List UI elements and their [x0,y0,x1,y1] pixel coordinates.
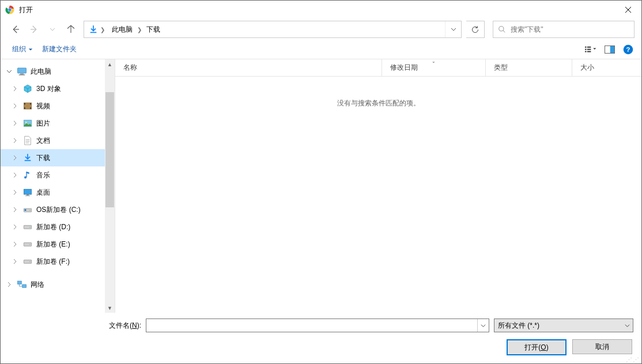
tree-label: 新加卷 (E:) [36,240,70,249]
folder-tree: 此电脑 3D 对象 视频 图片 [1,59,115,313]
scrollbar-thumb[interactable] [105,92,114,207]
svg-rect-18 [24,103,25,104]
filetype-combobox[interactable]: 所有文件 (*.*) [494,318,633,332]
search-input[interactable] [511,25,634,33]
resize-grip-icon[interactable]: ⋰⋰ [626,359,640,362]
filename-history-dropdown[interactable] [477,319,489,332]
tree-node[interactable]: 文档 [1,132,115,149]
organize-label: 组织 [12,44,26,54]
collapse-icon[interactable] [5,67,13,75]
expand-icon[interactable] [11,154,19,162]
column-headers: 名称 ⌄ 修改日期 类型 大小 [115,59,641,77]
pc-icon [17,66,27,77]
drive-icon [22,239,33,249]
tree-label: 3D 对象 [36,84,61,94]
address-bar[interactable]: ❯ 此电脑 ❯ 下载 [84,21,462,38]
expand-icon[interactable] [5,280,13,289]
expand-icon[interactable] [11,85,19,93]
network-icon [17,279,27,290]
expand-icon[interactable] [11,206,19,214]
expand-icon[interactable] [11,119,19,127]
close-button[interactable] [615,1,641,19]
svg-rect-25 [24,189,31,195]
chevron-down-icon [28,47,33,52]
svg-point-2 [8,8,11,11]
column-size[interactable]: 大小 [572,59,641,76]
column-date[interactable]: ⌄ 修改日期 [382,59,486,76]
expand-icon[interactable] [11,223,19,231]
preview-pane-button[interactable] [603,43,616,56]
filetype-label: 所有文件 (*.*) [498,321,539,331]
expand-icon[interactable] [11,257,19,266]
breadcrumb-item[interactable]: 下载 [143,22,164,37]
tree-node-network[interactable]: 网络 [1,276,115,293]
forward-button[interactable] [26,21,42,37]
tree-node[interactable]: 新加卷 (E:) [1,236,115,253]
sidebar-scrollbar[interactable]: ▲ ▼ [105,59,115,313]
svg-text:?: ? [626,46,630,52]
tree-label: 视频 [36,101,50,111]
tree-node[interactable]: OS新加卷 (C:) [1,201,115,218]
tree-node-this-pc[interactable]: 此电脑 [1,63,115,80]
filename-input[interactable] [146,321,477,329]
tree-label: 下载 [36,153,50,163]
search-box[interactable] [493,21,635,38]
tree-node[interactable]: 图片 [1,115,115,132]
refresh-button[interactable] [466,21,485,38]
svg-rect-21 [30,108,31,109]
cancel-button[interactable]: 取消 [572,339,632,354]
svg-rect-9 [587,51,591,52]
open-button[interactable]: 打开(O) [507,339,567,355]
tree-node[interactable]: 音乐 [1,166,115,184]
breadcrumbs: 此电脑 ❯ 下载 [106,22,445,37]
tree-node[interactable]: 桌面 [1,184,115,201]
tree-node-downloads[interactable]: 下载 [1,149,115,166]
svg-rect-37 [18,281,22,284]
back-button[interactable] [7,21,24,37]
new-folder-label: 新建文件夹 [42,44,77,54]
empty-message: 没有与搜索条件匹配的项。 [337,98,420,108]
recent-dropdown[interactable] [44,21,61,37]
tree-node[interactable]: 新加卷 (D:) [1,218,115,236]
address-history-dropdown[interactable] [445,21,461,37]
chevron-right-icon[interactable]: ❯ [99,26,106,33]
up-button[interactable] [63,21,79,37]
view-options-button[interactable] [585,43,598,56]
expand-icon[interactable] [11,171,19,179]
scroll-up-icon[interactable]: ▲ [105,59,115,69]
svg-point-34 [29,244,30,245]
window-title: 打开 [19,5,33,15]
breadcrumb-item[interactable]: 此电脑 [108,22,136,37]
expand-icon[interactable] [11,102,19,110]
organize-menu[interactable]: 组织 [7,41,37,58]
desktop-icon [22,187,33,198]
column-name[interactable]: 名称 [115,59,382,76]
tree-node[interactable]: 视频 [1,97,115,115]
filename-combobox[interactable] [146,318,489,332]
dialog-body: 此电脑 3D 对象 视频 图片 [1,59,641,313]
scroll-down-icon[interactable]: ▼ [105,303,115,313]
svg-rect-5 [587,46,591,47]
dialog-footer: 文件名(N): 所有文件 (*.*) 打开(O) 取消 ⋰⋰ [1,313,641,363]
svg-rect-26 [27,195,29,195]
new-folder-button[interactable]: 新建文件夹 [37,41,81,58]
svg-rect-27 [25,195,30,196]
tree-node[interactable]: 3D 对象 [1,80,115,97]
svg-point-30 [29,210,30,210]
nav-row: ❯ 此电脑 ❯ 下载 [1,19,641,40]
music-icon [22,170,33,180]
svg-rect-20 [30,103,31,104]
expand-icon[interactable] [11,240,19,248]
help-button[interactable]: ? [622,43,635,56]
svg-point-24 [24,176,27,179]
expand-icon[interactable] [11,136,19,145]
expand-icon[interactable] [11,188,19,196]
tree-node[interactable]: 新加卷 (F:) [1,253,115,270]
column-type[interactable]: 类型 [486,59,572,76]
location-download-icon [88,24,99,35]
svg-rect-15 [20,74,24,75]
tree-label: 新加卷 (F:) [36,257,70,267]
chevron-right-icon[interactable]: ❯ [136,26,143,33]
svg-point-36 [29,261,30,262]
download-icon [22,153,33,163]
